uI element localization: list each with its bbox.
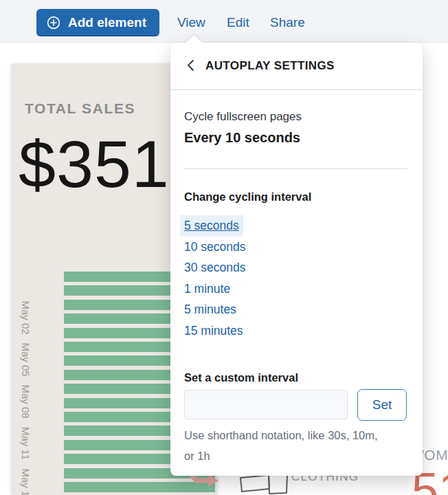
- interval-option-1-minute[interactable]: 1 minute: [184, 278, 230, 300]
- autoplay-settings-popover: AUTOPLAY SETTINGS Cycle fullscreen pages…: [170, 43, 423, 476]
- menu-item-share[interactable]: Share: [270, 15, 305, 30]
- change-interval-heading: Change cycling interval: [184, 190, 311, 204]
- total-sales-value: $351: [19, 131, 170, 197]
- cycle-fullscreen-label: Cycle fullscreen pages: [184, 110, 302, 124]
- divider: [184, 168, 407, 169]
- menu-item-view[interactable]: View: [177, 15, 205, 30]
- axis-date-label: May 08: [20, 384, 32, 418]
- axis-date-label: May 02: [20, 300, 32, 334]
- interval-option-15-minutes[interactable]: 15 minutes: [184, 320, 243, 342]
- interval-option-5-minutes[interactable]: 5 minutes: [184, 299, 236, 320]
- set-button[interactable]: Set: [357, 389, 407, 421]
- interval-option-30-seconds[interactable]: 30 seconds: [184, 257, 246, 278]
- total-sales-label: TOTAL SALES: [25, 100, 135, 117]
- canvas-workpad-screen: Add element View Edit Share TOTAL SALES …: [0, 0, 448, 495]
- cycle-interval-current-value: Every 10 seconds: [184, 130, 300, 146]
- shorthand-helper-text: Use shorthand notation, like 30s, 10m, o…: [184, 425, 387, 466]
- add-element-label: Add element: [68, 15, 146, 30]
- popover-title: AUTOPLAY SETTINGS: [205, 59, 335, 73]
- interval-options-list: 5 seconds 10 seconds 30 seconds 1 minute…: [184, 215, 246, 342]
- circle-plus-icon: [47, 16, 60, 30]
- custom-interval-input[interactable]: [184, 390, 348, 419]
- popover-header: AUTOPLAY SETTINGS: [170, 43, 423, 90]
- menu-item-edit[interactable]: Edit: [227, 15, 249, 30]
- add-element-button[interactable]: Add element: [36, 9, 159, 36]
- toolbar: Add element View Edit Share: [0, 0, 448, 43]
- back-button[interactable]: [186, 58, 195, 74]
- chevron-left-icon: [186, 58, 195, 74]
- axis-date-label: May 11: [20, 427, 32, 460]
- axis-date-label: May 05: [20, 342, 32, 376]
- interval-option-5-seconds[interactable]: 5 seconds: [180, 215, 243, 236]
- custom-interval-heading: Set a custom interval: [184, 371, 298, 384]
- axis-date-label: May 14: [20, 468, 32, 495]
- interval-option-10-seconds[interactable]: 10 seconds: [184, 236, 246, 258]
